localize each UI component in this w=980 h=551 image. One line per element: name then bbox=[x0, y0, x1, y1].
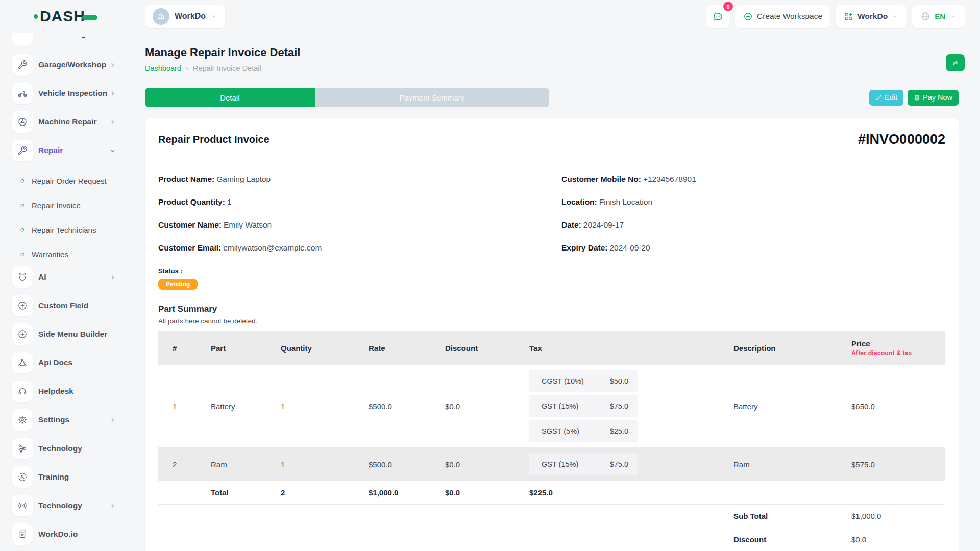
breadcrumb-dashboard-link[interactable]: Dashboard bbox=[145, 64, 181, 72]
tax-chips: CGST (10%)$50.0 GST (15%)$75.0 SGST (5%)… bbox=[529, 365, 638, 447]
sidebar-item-vehicle-inspection[interactable]: Vehicle Inspection bbox=[12, 83, 132, 104]
subtotal-label: Sub Total bbox=[733, 512, 851, 520]
field-location: Location:Finish Location bbox=[561, 196, 945, 208]
create-workspace-button[interactable]: Create Workspace bbox=[735, 5, 830, 28]
logo-bar-icon bbox=[82, 15, 97, 20]
donut-icon bbox=[19, 202, 26, 209]
sidebar-item-custom-field[interactable]: Custom Field bbox=[12, 295, 132, 316]
app-switcher-button[interactable]: WorkDo bbox=[836, 5, 907, 28]
summary-row-discount: Discount $0.0 bbox=[158, 528, 945, 551]
sidebar-item-ai[interactable]: AI bbox=[12, 266, 132, 288]
brand-logo: DASH bbox=[34, 8, 97, 25]
plus-circle-icon bbox=[12, 295, 33, 316]
chevron-down-icon bbox=[892, 13, 899, 20]
field-customer-mobile: Customer Mobile No:+12345678901 bbox=[561, 173, 945, 185]
invoice-fields-right: Customer Mobile No:+12345678901 Location… bbox=[561, 173, 945, 265]
invoice-card-title: Repair Product Invoice bbox=[158, 134, 270, 145]
message-count-badge: 0 bbox=[723, 2, 733, 11]
col-price: Price After discount & tax bbox=[851, 339, 945, 357]
field-date: Date:2024-09-17 bbox=[561, 219, 945, 231]
edit-button[interactable]: Edit bbox=[869, 90, 903, 106]
hub-icon bbox=[12, 438, 33, 459]
table-row: 2 Ram 1 $500.0 $0.0 GST (15%)$75.0 Ram $… bbox=[158, 447, 945, 481]
chevron-right-icon bbox=[109, 61, 116, 69]
tax-chip: GST (15%)$75.0 bbox=[529, 453, 638, 475]
page-header: Manage Repair Invoice Detail Dashboard ›… bbox=[145, 46, 959, 72]
part-summary-title: Part Summary bbox=[158, 304, 945, 314]
chevron-down-icon bbox=[211, 13, 218, 20]
table-total-row: Total 2 $1,000.0 $0.0 $225.0 bbox=[158, 481, 945, 505]
col-number: # bbox=[173, 344, 211, 353]
sidebar-item-technology-2[interactable]: Technology bbox=[12, 495, 132, 516]
field-product-quantity: Product Quantity:1 bbox=[158, 196, 561, 208]
messages-button[interactable]: 0 bbox=[706, 5, 730, 28]
donut-icon bbox=[19, 251, 26, 258]
field-customer-name: Customer Name:Emily Watson bbox=[158, 219, 561, 231]
layout-toggle-button[interactable] bbox=[946, 54, 965, 71]
field-customer-email: Customer Email:emilywatson@example.com bbox=[158, 242, 561, 254]
status-badge: Pending bbox=[158, 279, 198, 290]
sidebar-item-repair-invoice[interactable]: Repair Invoice bbox=[12, 193, 139, 217]
table-row: 1 Battery 1 $500.0 $0.0 CGST (10%)$50.0 … bbox=[158, 365, 945, 447]
breadcrumb-separator-icon: › bbox=[186, 64, 188, 72]
app-switcher-label: WorkDo bbox=[857, 12, 888, 21]
subtotal-value: $1,000.0 bbox=[851, 512, 945, 520]
sidebar-item-warranties[interactable]: Warranties bbox=[12, 242, 139, 266]
sidebar-item-settings[interactable]: Settings bbox=[12, 409, 132, 431]
chevron-right-icon bbox=[109, 118, 116, 126]
part-summary-note: All parts here cannot be deleted. bbox=[158, 317, 945, 325]
grid-plus-icon bbox=[844, 12, 853, 21]
chevron-down-icon bbox=[109, 147, 116, 155]
sidebar-item-side-menu-builder[interactable]: Side Menu Builder bbox=[12, 323, 132, 345]
sidebar-item-repair[interactable]: Repair bbox=[12, 140, 132, 161]
tabs: Detail Payment Summary bbox=[145, 88, 549, 107]
price-note: After discount & tax bbox=[851, 349, 945, 357]
training-icon bbox=[12, 466, 33, 488]
tax-chip: GST (15%)$75.0 bbox=[529, 395, 638, 417]
invoice-card: Repair Product Invoice #INVO000002 Produ… bbox=[145, 118, 959, 551]
invoice-fields: Product Name:Gaming Laptop Product Quant… bbox=[158, 173, 945, 265]
sidebar-item-machine-repair[interactable]: Machine Repair bbox=[12, 111, 132, 133]
col-description: Description bbox=[733, 344, 851, 353]
plus-circle-icon bbox=[743, 12, 753, 21]
page-actions: Edit Pay Now bbox=[869, 90, 959, 106]
workspace-name: WorkDo bbox=[175, 12, 206, 21]
sidebar-item-repair-order-request[interactable]: Repair Order Request bbox=[12, 168, 139, 193]
sidebar-item-training[interactable]: Training bbox=[12, 466, 132, 488]
col-part: Part bbox=[211, 344, 281, 353]
chevron-right-icon bbox=[109, 502, 116, 510]
sidebar-item-helpdesk[interactable]: Helpdesk bbox=[12, 381, 132, 402]
sidebar-item-api-docs[interactable]: Api Docs bbox=[12, 352, 132, 373]
tax-chip: SGST (5%)$25.0 bbox=[529, 420, 638, 442]
col-tax: Tax bbox=[529, 344, 733, 353]
divider bbox=[158, 160, 945, 160]
logo-dot-icon bbox=[34, 14, 38, 19]
discount-value: $0.0 bbox=[851, 535, 945, 544]
col-quantity: Quantity bbox=[281, 344, 369, 353]
sidebar-item-workdo-io[interactable]: WorkDo.io bbox=[12, 523, 132, 545]
sidebar-item-technology[interactable]: Technology bbox=[12, 438, 132, 459]
pay-now-button[interactable]: Pay Now bbox=[908, 90, 959, 106]
topbar-actions: 0 Create Workspace WorkDo EN bbox=[706, 5, 965, 28]
parts-table: # Part Quantity Rate Discount Tax Descri… bbox=[158, 331, 945, 551]
page-title: Manage Repair Invoice Detail bbox=[145, 46, 959, 59]
field-expiry-date: Expiry Date:2024-09-20 bbox=[561, 242, 945, 254]
sidebar-scroll-dash bbox=[82, 37, 85, 38]
sidebar-item-repair-technicians[interactable]: Repair Technicians bbox=[12, 217, 139, 242]
col-discount: Discount bbox=[445, 344, 529, 353]
language-selector[interactable]: EN bbox=[912, 5, 965, 28]
machine-wheel-icon bbox=[12, 111, 33, 133]
pencil-icon bbox=[875, 94, 882, 101]
chat-bubble-icon bbox=[712, 11, 724, 22]
breadcrumb: Dashboard › Repair Invoice Detail bbox=[145, 64, 959, 72]
bill-icon bbox=[914, 94, 920, 101]
tab-payment-summary[interactable]: Payment Summary bbox=[315, 88, 549, 107]
sidebar-item-garage-workshop[interactable]: Garage/Workshop bbox=[12, 54, 132, 76]
motorcycle-icon bbox=[12, 83, 33, 104]
topbar: DASH WorkDo 0 Create Workspace WorkDo bbox=[0, 0, 980, 33]
chevron-down-icon bbox=[949, 13, 957, 20]
swap-arrows-icon bbox=[951, 59, 960, 67]
tab-detail[interactable]: Detail bbox=[145, 88, 315, 107]
headset-icon bbox=[12, 381, 33, 402]
workspace-selector[interactable]: WorkDo bbox=[145, 5, 225, 28]
